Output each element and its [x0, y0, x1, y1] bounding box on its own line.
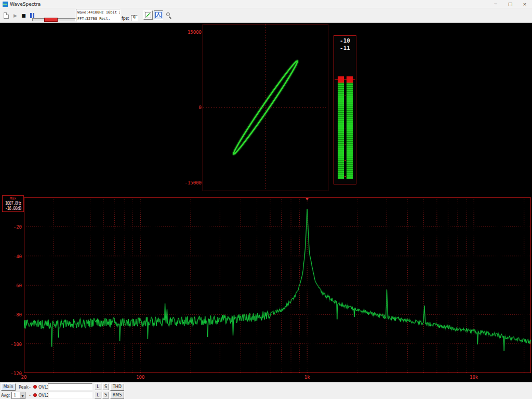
lissajous-scale-bottom: -15000 — [184, 180, 202, 185]
x-axis-label: 10k — [468, 375, 480, 380]
scope-panel: 15000 0 -15000 -10 -11 — [0, 23, 532, 194]
stop-button[interactable]: ■ — [19, 11, 28, 20]
meter-clip-cap-right — [347, 76, 353, 83]
max-level: -16.00dB — [3, 206, 23, 211]
close-button[interactable]: × — [517, 0, 532, 8]
window-title: WaveSpectra — [10, 2, 41, 7]
max-label: Max — [3, 196, 23, 201]
ovl1-led — [33, 385, 37, 389]
spectrum-plot[interactable] — [24, 197, 531, 373]
meter-bar-right — [347, 83, 353, 179]
peak-label: Peak — [19, 385, 29, 390]
spectrum-icon — [155, 12, 162, 18]
avg-value: 1 — [12, 392, 20, 398]
peak-readout-right: -11 — [334, 45, 356, 51]
play-icon: ▶ — [14, 13, 17, 18]
fps-label: fps: — [122, 16, 129, 21]
lissajous-scale-top: 15000 — [188, 30, 202, 35]
pause-icon — [30, 13, 34, 18]
magnifier-icon — [166, 12, 172, 18]
document-icon — [4, 12, 9, 19]
l-button-1[interactable]: L — [95, 383, 101, 390]
y-axis-label: -20 — [0, 224, 22, 230]
y-axis-label: -60 — [0, 283, 22, 288]
maximize-button[interactable]: □ — [503, 0, 517, 8]
wave-info: Wave:44100Hz 16bit 2ch — [77, 10, 121, 15]
spectrum-view-button[interactable] — [154, 10, 163, 20]
channel2-input[interactable] — [48, 392, 92, 398]
zoom-settings-button[interactable] — [164, 10, 174, 20]
l-button-2[interactable]: L — [95, 392, 101, 398]
channel1-input[interactable] — [48, 383, 92, 390]
position-slider[interactable] — [32, 18, 76, 21]
meter-tick — [344, 112, 346, 112]
app-icon — [3, 2, 8, 7]
dash-1: - — [29, 385, 31, 390]
main-button[interactable]: Main — [1, 383, 16, 391]
x-axis-label: 20 — [18, 375, 30, 380]
lissajous-trace — [203, 24, 328, 191]
window-controls: ─ □ × — [488, 0, 532, 8]
avg-label: Avg: — [1, 393, 10, 398]
max-marker — [305, 198, 309, 201]
meter-tick — [344, 96, 346, 96]
chevron-down-icon: ▼ — [20, 392, 25, 398]
max-readout-box: Max 1007.8Hz -16.00dB — [2, 195, 24, 212]
thd-button[interactable]: THD — [110, 383, 124, 391]
status-bar: Main Peak - OVL1 L S THD Avg: 1 ▼ - OVL2… — [0, 382, 532, 399]
peak-readout-left: -10 — [334, 37, 356, 44]
meter-tick — [344, 79, 346, 80]
y-axis-label: -100 — [0, 342, 22, 347]
rms-button[interactable]: RMS — [110, 392, 124, 399]
level-meter: -10 -11 — [334, 35, 356, 184]
y-axis-label: -80 — [0, 312, 22, 317]
title-bar: WaveSpectra ─ □ × — [0, 0, 532, 8]
meter-bar-left — [338, 83, 344, 179]
spectrum-panel: Max 1007.8Hz -16.00dB 0dB-20-40-60-80-10… — [0, 194, 532, 382]
x-axis-label: 100 — [135, 375, 146, 380]
lissajous-display — [203, 24, 328, 191]
x-axis-label: 1k — [301, 375, 313, 380]
spectrum-trace — [24, 209, 531, 351]
spectrum-grid — [24, 197, 531, 373]
y-axis-label: -40 — [0, 254, 22, 259]
stream-info-box: Wave:44100Hz 16bit 2ch FFT:32768 Rect. — [76, 9, 121, 22]
fft-info: FFT:32768 Rect. — [77, 17, 110, 21]
lissajous-scale-mid: 0 — [199, 105, 202, 110]
avg-select[interactable]: 1 ▼ — [11, 392, 25, 399]
dash-2: - — [29, 393, 31, 398]
lissajous-icon — [145, 12, 151, 18]
meter-tick — [344, 176, 346, 177]
lissajous-view-button[interactable] — [143, 10, 153, 20]
play-button[interactable]: ▶ — [11, 11, 20, 20]
fps-value: 9 — [131, 15, 138, 21]
minimize-button[interactable]: ─ — [488, 0, 503, 8]
ovl2-led — [33, 393, 37, 397]
toolbar: ▶ ■ Wave:44100Hz 16bit 2ch FFT:32768 Rec… — [0, 8, 532, 23]
meter-tick — [344, 160, 346, 161]
s-button-1[interactable]: S — [102, 383, 109, 390]
open-file-button[interactable] — [2, 11, 10, 20]
meter-clip-cap-left — [338, 76, 344, 83]
max-frequency: 1007.8Hz — [3, 201, 23, 206]
s-button-2[interactable]: S — [102, 392, 109, 398]
meter-tick — [344, 144, 346, 144]
stop-icon: ■ — [21, 13, 26, 18]
meter-tick — [344, 128, 346, 128]
position-slider-thumb[interactable] — [44, 18, 58, 22]
